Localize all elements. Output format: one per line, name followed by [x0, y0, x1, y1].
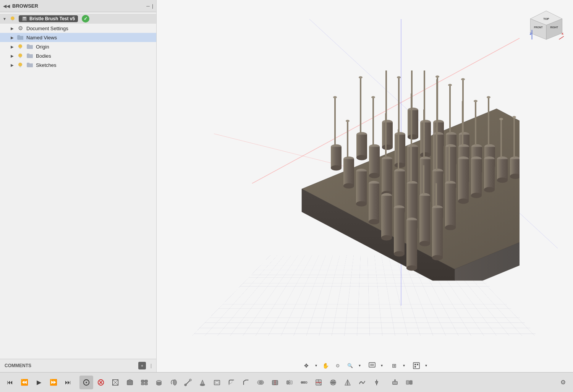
settings-button[interactable]: ⚙: [556, 376, 570, 389]
svg-rect-6: [19, 48, 21, 49]
sketch-circle-button[interactable]: [79, 376, 93, 389]
split-body-button[interactable]: [268, 376, 282, 389]
svg-rect-190: [417, 364, 418, 365]
resize-icon[interactable]: |: [152, 3, 153, 9]
collapse-arrows[interactable]: ◀◀: [3, 3, 10, 9]
feature-group-button[interactable]: [138, 376, 151, 389]
svg-point-72: [397, 76, 401, 79]
extrude-button[interactable]: [152, 376, 166, 389]
origin-folder-icon: [26, 43, 33, 50]
svg-text:TOP: TOP: [543, 17, 549, 21]
revolve-button[interactable]: [167, 376, 180, 389]
add-comment-button[interactable]: +: [138, 362, 146, 369]
viewport[interactable]: TOP RIGHT FRONT Z X ✥ ▾ ✋ ⊙ 🔍 ▾: [157, 0, 573, 372]
step-forward-button[interactable]: ⏩: [47, 376, 60, 389]
svg-rect-8: [19, 57, 21, 58]
svg-point-224: [303, 381, 305, 383]
svg-point-159: [406, 266, 417, 271]
step-back-button[interactable]: ⏪: [18, 376, 31, 389]
svg-point-225: [305, 381, 307, 383]
svg-point-5: [18, 44, 22, 48]
zoom-button[interactable]: 🔍: [345, 360, 355, 371]
pattern-button[interactable]: [297, 376, 311, 389]
snapping-button[interactable]: [411, 360, 422, 371]
special-button[interactable]: [403, 376, 416, 389]
origin-bulb-icon: [17, 43, 24, 50]
wireframe-button[interactable]: [108, 376, 122, 389]
svg-rect-24: [356, 135, 367, 158]
svg-rect-74: [420, 123, 431, 155]
tree-item-document-settings[interactable]: ⚙ Document Settings: [0, 24, 156, 33]
move-button[interactable]: ✥: [301, 360, 312, 371]
fillet-button[interactable]: [225, 376, 238, 389]
sweep-button[interactable]: [181, 376, 195, 389]
zebra-analysis-button[interactable]: [326, 376, 340, 389]
display-mode-button[interactable]: [367, 360, 377, 371]
bodies-folder-icon: [26, 52, 33, 59]
snapping-dropdown-button[interactable]: ▾: [423, 360, 429, 371]
root-arrow[interactable]: [2, 16, 8, 22]
display-dropdown-button[interactable]: ▾: [379, 360, 384, 371]
zoom-fit-button[interactable]: ⊙: [332, 360, 343, 371]
grid-button[interactable]: ⊞: [389, 360, 400, 371]
rewind-button[interactable]: ⏮: [3, 376, 17, 389]
svg-marker-213: [201, 380, 204, 384]
origin-arrow[interactable]: [9, 44, 15, 50]
svg-rect-105: [433, 135, 444, 173]
svg-rect-187: [370, 364, 374, 366]
sidebar-header: ◀◀ BROWSER ─ |: [0, 0, 156, 12]
move-dropdown-button[interactable]: ▾: [313, 360, 319, 371]
origin-label: Origin: [36, 44, 49, 50]
grid-dropdown-button[interactable]: ▾: [401, 360, 406, 371]
svg-point-114: [484, 187, 495, 193]
tree-item-named-views[interactable]: Named Views: [0, 33, 156, 42]
mirror-button[interactable]: [283, 376, 296, 389]
svg-point-117: [369, 219, 379, 225]
svg-point-209: [173, 379, 176, 385]
move-objects-button[interactable]: [388, 376, 402, 389]
root-label: Bristle Brush Test v5: [19, 15, 78, 22]
tree-item-origin[interactable]: Origin: [0, 42, 156, 51]
play-button[interactable]: ▶: [32, 376, 46, 389]
svg-rect-29: [382, 123, 393, 147]
pan-button[interactable]: ✋: [320, 360, 331, 371]
shell-button[interactable]: [210, 376, 224, 389]
loft-button[interactable]: [196, 376, 209, 389]
svg-rect-236: [393, 381, 398, 384]
chamfer-button[interactable]: [239, 376, 253, 389]
svg-point-9: [18, 63, 22, 66]
sketches-arrow[interactable]: [9, 62, 15, 68]
svg-point-0: [11, 16, 15, 20]
remove-button[interactable]: [94, 376, 108, 389]
zoom-dropdown-button[interactable]: ▾: [357, 360, 362, 371]
nav-cube[interactable]: TOP RIGHT FRONT Z X: [527, 8, 565, 46]
svg-rect-94: [356, 172, 367, 204]
section-analysis-button[interactable]: [312, 376, 325, 389]
svg-rect-158: [406, 220, 417, 268]
svg-point-95: [356, 201, 367, 207]
svg-rect-116: [369, 184, 379, 222]
sketches-label: Sketches: [36, 62, 56, 68]
doc-settings-arrow[interactable]: [9, 25, 15, 31]
solid-view-button[interactable]: [123, 376, 137, 389]
svg-point-67: [371, 96, 375, 99]
draft-analysis-button[interactable]: [341, 376, 354, 389]
fast-forward-button[interactable]: ⏭: [61, 376, 75, 389]
svg-rect-239: [406, 381, 409, 384]
tree-item-sketches[interactable]: Sketches: [0, 60, 156, 70]
minimize-icon[interactable]: ─: [146, 3, 150, 9]
named-views-arrow[interactable]: [9, 34, 15, 40]
tree-item-bodies[interactable]: Bodies: [0, 51, 156, 60]
svg-rect-220: [287, 381, 289, 384]
bodies-arrow[interactable]: [9, 53, 15, 59]
svg-rect-130: [471, 159, 482, 196]
timeline-pin-button[interactable]: [370, 376, 384, 389]
svg-point-208: [157, 380, 162, 382]
tree-item-root[interactable]: Bristle Brush Test v5 ✓: [0, 14, 156, 24]
sidebar: ◀◀ BROWSER ─ | Bristle Brush Test v5 ✓: [0, 0, 157, 372]
svg-rect-154: [445, 184, 456, 228]
combine-button[interactable]: [254, 376, 267, 389]
curvature-button[interactable]: [355, 376, 369, 389]
comments-label: COMMENTS: [5, 363, 31, 368]
browser-title: BROWSER: [12, 3, 144, 9]
